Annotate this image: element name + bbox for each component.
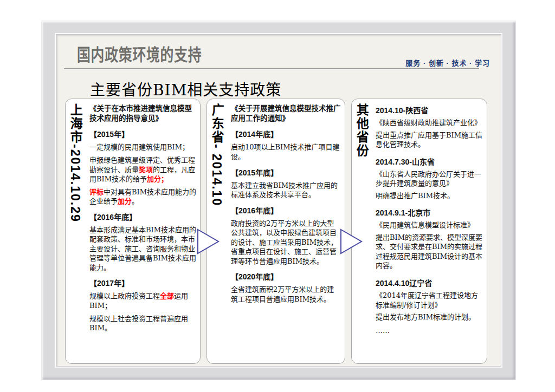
section-title: 主要省份BIM相关支持政策 <box>90 78 281 100</box>
section-year-header: 【2015年底】 <box>231 167 341 178</box>
slide-frame: 国内政策环境的支持 服务 · 创新 · 技术 · 学习 主要省份BIM相关支持政… <box>41 21 516 380</box>
card-vertical-label: 上海市-2014.10.29 <box>68 103 82 359</box>
entry-date-province: 2014.9.1-北京市 <box>376 207 483 218</box>
policy-paragraph: 规模以上社会投资工程普遍应用BIM。 <box>89 314 196 333</box>
highlight-text: 加分 <box>118 197 132 205</box>
text-run: 基本形成满足基本BIM技术应用的配套政策、标准和市场环境，本市主要设计、施工、咨… <box>89 226 196 272</box>
text-run: 基本建立我省BIM技术推广应用的标准体系及技术共享平台。 <box>231 181 338 199</box>
entry-date-province: 2014.7.30-山东省 <box>376 156 483 167</box>
arrow-right-icon <box>340 228 363 255</box>
page-title: 国内政策环境的支持 <box>77 41 202 66</box>
text-run: 。 <box>132 197 139 205</box>
policy-paragraph: 基本形成满足基本BIM技术应用的配套政策、标准和市场环境，本市主要设计、施工、咨… <box>89 225 196 273</box>
section-year-header: 【2016年底】 <box>231 205 341 215</box>
entry-date-province: 2014.4.10辽宁省 <box>376 277 483 288</box>
section-year-header: 【2016年底】 <box>89 211 196 222</box>
policy-paragraph: 政府投资的2万平方米以上的大型公共建筑，以及申报绿色建筑项目的设计、施工应当采用… <box>231 219 341 266</box>
entry-doc-title: 《陕西省级财政助推建筑产业化》 <box>376 118 483 128</box>
policy-paragraph: 一定规模的民用建筑使用BIM； <box>89 142 196 152</box>
more-ellipsis: …… <box>376 326 483 335</box>
highlight-text: 加分； <box>147 175 168 183</box>
text-run: 政府投资的2万平方米以上的大型公共建筑，以及申报绿色建筑项目的设计、施工应当采用… <box>231 219 338 265</box>
policy-paragraph: 评标中对具有BIM技术应用能力的企业给予加分。 <box>89 187 196 206</box>
text-run: 中对具有BIM技术应用能力的企业给予 <box>89 188 196 206</box>
section-year-header: 【2017年】 <box>89 277 196 288</box>
highlight-text: 奖项 <box>139 166 153 174</box>
card-body: 《关于开展建筑信息模型技术推广应用工作的通知》【2014年底】启动10项以上BI… <box>231 102 341 360</box>
text-run: 全省建筑面积2万平方米以上的建筑工程项目普遍应用BIM技术。 <box>231 285 334 303</box>
title-divider <box>64 68 479 70</box>
text-run: 一定规模的民用建筑使用BIM； <box>89 143 189 151</box>
policy-cards: 上海市-2014.10.29 《关于在本市推进建筑信息模型技术应用的指导意见》【… <box>56 99 501 366</box>
highlight-text: 评标 <box>89 188 104 196</box>
entry-description: 提出BIM的资源要求、模型深度要求、交付要求是在BIM的实施过程过程规范民用建筑… <box>376 233 483 271</box>
text-run: 启动10项以上BIM技术推广项目建设。 <box>231 143 340 161</box>
policy-card-shanghai: 上海市-2014.10.29 《关于在本市推进建筑信息模型技术应用的指导意见》【… <box>65 99 201 364</box>
entry-date-province: 2014.10-陕西省 <box>376 104 483 115</box>
policy-paragraph: 启动10项以上BIM技术推广项目建设。 <box>231 142 341 161</box>
section-year-header: 【2014年底】 <box>231 128 341 139</box>
text-run: 规模以上政府投资工程 <box>89 292 160 300</box>
policy-paragraph: 申报绿色建筑星级评定、优秀工程勘察设计、质量奖项的工程，凡应用BIM技术的给予加… <box>89 155 196 184</box>
entry-doc-title: 《2014年度辽宁省工程建设地方标准编制/修订计划》 <box>376 291 483 310</box>
policy-paragraph: 全省建筑面积2万平方米以上的建筑工程项目普遍应用BIM技术。 <box>231 285 341 304</box>
policy-card-guangdong: 广东省- 2014.10 《关于开展建筑信息模型技术推广应用工作的通知》【201… <box>206 99 345 364</box>
policy-paragraph: 基本建立我省BIM技术推广应用的标准体系及技术共享平台。 <box>231 181 341 200</box>
policy-paragraph: 规模以上政府投资工程全部运用BIM； <box>89 291 196 310</box>
section-year-header: 【2020年底】 <box>231 271 341 282</box>
brand-slogan: 服务 · 创新 · 技术 · 学习 <box>405 57 490 68</box>
entry-description: 提出发布地方BIM标准的计划。 <box>376 312 483 322</box>
card-body: 《关于在本市推进建筑信息模型技术应用的指导意见》【2015年】一定规模的民用建筑… <box>89 102 196 360</box>
arrow-right-icon <box>197 228 220 255</box>
card-doc-title: 《关于在本市推进建筑信息模型技术应用的指导意见》 <box>89 104 196 123</box>
section-year-header: 【2015年】 <box>89 128 196 139</box>
card-body: 2014.10-陕西省《陕西省级财政助推建筑产业化》提出重点推广应用基于BIM施… <box>376 102 483 360</box>
entry-doc-title: 《山东省人民政府办公厅关于进一步提升建筑质量的意见》 <box>376 169 483 188</box>
card-doc-title: 《关于开展建筑信息模型技术推广应用工作的通知》 <box>231 104 341 123</box>
policy-card-other-provinces: 其他省份 2014.10-陕西省《陕西省级财政助推建筑产业化》提出重点推广应用基… <box>351 99 487 364</box>
highlight-text: 全部 <box>160 292 174 300</box>
entry-description: 明确提出推广BIM技术。 <box>376 191 483 201</box>
entry-description: 提出重点推广应用基于BIM施工信息化管理技术。 <box>376 130 483 149</box>
entry-doc-title: 《民用建筑信息模型设计标准》 <box>376 220 483 230</box>
slide-content: 国内政策环境的支持 服务 · 创新 · 技术 · 学习 主要省份BIM相关支持政… <box>56 34 501 367</box>
text-run: 规模以上社会投资工程普遍应用BIM。 <box>89 315 188 332</box>
